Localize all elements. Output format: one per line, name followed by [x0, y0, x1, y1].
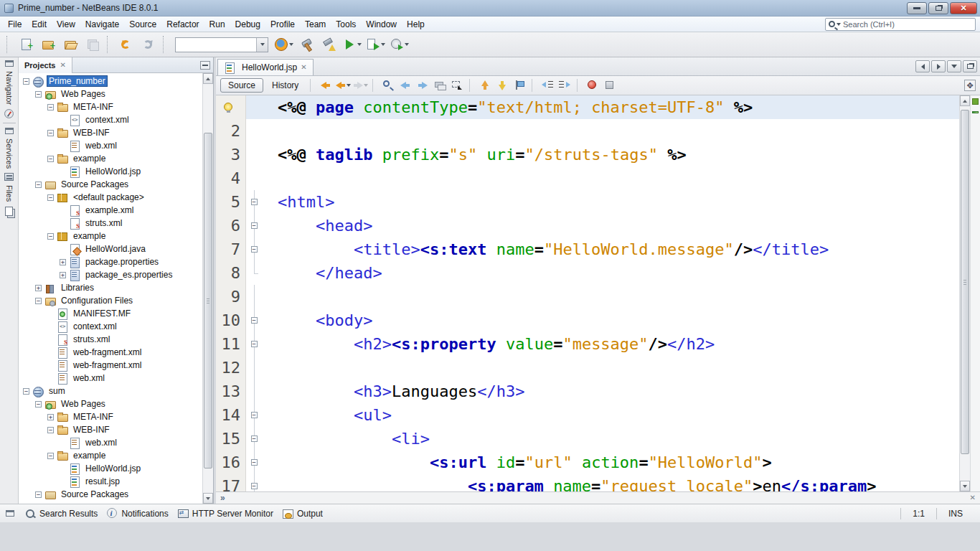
tree-item-result-jsp[interactable]: result.jsp: [19, 475, 202, 488]
menu-source[interactable]: Source: [124, 17, 161, 32]
tree-collapse-icon[interactable]: −: [35, 401, 42, 408]
prev-bookmark-button[interactable]: [477, 77, 493, 93]
close-tab-icon[interactable]: ✕: [301, 64, 306, 71]
menu-debug[interactable]: Debug: [230, 17, 265, 32]
code-text[interactable]: <%@ taglib prefix="s" uri="/struts-tags"…: [262, 143, 959, 166]
statusbar-notifications[interactable]: Notifications: [106, 508, 168, 519]
tree-collapse-icon[interactable]: −: [47, 453, 54, 459]
scroll-tabs-right-button[interactable]: [931, 60, 946, 72]
tree-item-example[interactable]: −example: [19, 449, 202, 462]
tree-expand-icon[interactable]: +: [47, 414, 54, 420]
tree-collapse-icon[interactable]: −: [47, 427, 54, 433]
dropdown-arrow-icon[interactable]: [347, 84, 351, 87]
tree-collapse-icon[interactable]: −: [47, 194, 54, 201]
code-text[interactable]: <title><s:text name="HelloWorld.message"…: [262, 237, 959, 261]
code-text[interactable]: <html>: [262, 190, 959, 214]
scroll-down-button[interactable]: [203, 493, 213, 504]
tree-collapse-icon[interactable]: −: [35, 182, 42, 188]
code-line-13[interactable]: 13 <h3>Languages</h3>: [216, 380, 959, 403]
tree-collapse-icon[interactable]: −: [47, 130, 54, 136]
stop-macro-button[interactable]: [602, 77, 618, 93]
code-line-12[interactable]: 12: [216, 356, 959, 380]
code-line-3[interactable]: 3<%@ taglib prefix="s" uri="/struts-tags…: [216, 143, 959, 166]
shift-left-button[interactable]: [540, 77, 555, 93]
tree-item-struts-xml[interactable]: struts.xml: [19, 333, 202, 346]
code-line-17[interactable]: 17− <s:param name="request_locale">en</s…: [216, 474, 959, 491]
search-dropdown-icon[interactable]: [837, 23, 841, 26]
close-button[interactable]: ✕: [950, 2, 977, 14]
new-project-button[interactable]: [38, 34, 58, 55]
record-macro-button[interactable]: [585, 77, 600, 93]
tree-expand-icon[interactable]: +: [60, 272, 66, 278]
tree-item-web-pages[interactable]: −Web Pages: [19, 397, 202, 410]
minimize-button[interactable]: [907, 2, 927, 14]
tree-collapse-icon[interactable]: −: [23, 78, 29, 85]
next-bookmark-button[interactable]: [494, 77, 510, 93]
open-project-button[interactable]: [60, 34, 80, 55]
split-document-button[interactable]: ✥: [964, 80, 976, 91]
breadcrumb-expand-icon[interactable]: »: [220, 494, 225, 502]
code-fold-collapse-icon[interactable]: −: [251, 483, 258, 489]
scroll-up-button[interactable]: [960, 95, 970, 106]
tree-item-package-es-properties[interactable]: +package_es.properties: [19, 268, 202, 281]
shift-right-button[interactable]: [557, 77, 573, 93]
tree-item-source-packages[interactable]: −Source Packages: [19, 178, 202, 191]
forward-button[interactable]: [352, 77, 368, 93]
tree-item-web-fragment-xml[interactable]: web-fragment.xml: [19, 346, 202, 359]
scrollbar-thumb[interactable]: [204, 133, 212, 468]
tree-collapse-icon[interactable]: −: [35, 298, 42, 304]
tree-item-context-xml[interactable]: context.xml: [19, 113, 202, 126]
menu-edit[interactable]: Edit: [27, 17, 52, 32]
code-line-8[interactable]: 8 </head>: [216, 261, 959, 285]
tree-item-helloworld-java[interactable]: HelloWorld.java: [19, 242, 202, 255]
tree-expand-icon[interactable]: +: [35, 285, 42, 291]
tab-helloworld-jsp[interactable]: HelloWorld.jsp ✕: [217, 59, 314, 75]
quick-search[interactable]: [825, 18, 976, 31]
code-fold-collapse-icon[interactable]: −: [251, 459, 258, 466]
close-tab-icon[interactable]: ✕: [60, 62, 65, 69]
menu-team[interactable]: Team: [300, 17, 331, 32]
menu-refactor[interactable]: Refactor: [161, 17, 204, 32]
tree-item-configuration-files[interactable]: −Configuration Files: [19, 294, 202, 307]
new-file-button[interactable]: [16, 34, 36, 55]
code-text[interactable]: <li>: [262, 427, 959, 451]
tree-item-source-packages[interactable]: −Source Packages: [19, 488, 202, 501]
back-button[interactable]: [335, 77, 351, 93]
code-line-14[interactable]: 14− <ul>: [216, 403, 959, 427]
redo-button[interactable]: [138, 34, 159, 55]
tree-item-example[interactable]: −example: [19, 152, 202, 165]
menu-view[interactable]: View: [52, 17, 80, 32]
tree-item-libraries[interactable]: +Libraries: [19, 281, 202, 294]
statusbar-http-server-monitor[interactable]: HTTP Server Monitor: [177, 508, 273, 519]
menu-tools[interactable]: Tools: [331, 17, 361, 32]
code-line-16[interactable]: 16− <s:url id="url" action="HelloWorld">: [216, 451, 959, 474]
tree-item-web-fragment-xml[interactable]: web-fragment.xml: [19, 359, 202, 372]
code-text[interactable]: <head>: [262, 214, 959, 237]
code-line-7[interactable]: 7− <title><s:text name="HelloWorld.messa…: [216, 237, 959, 261]
tree-item--default-package-[interactable]: −<default package>: [19, 191, 202, 204]
minimize-panel-button[interactable]: [200, 61, 210, 70]
clean-build-button[interactable]: [319, 34, 339, 55]
find-next-button[interactable]: [415, 77, 430, 93]
sidebar-item-files[interactable]: Files: [5, 185, 14, 202]
code-fold-collapse-icon[interactable]: −: [251, 317, 258, 324]
window-group-icon[interactable]: [5, 60, 14, 67]
code-line-11[interactable]: 11− <h2><s:property value="message"/></h…: [216, 332, 959, 356]
scroll-tabs-left-button[interactable]: [915, 60, 930, 72]
code-line-5[interactable]: 5−<html>: [216, 190, 959, 214]
tree-collapse-icon[interactable]: −: [47, 233, 54, 240]
code-line-10[interactable]: 10− <body>: [216, 309, 959, 332]
toggle-highlight-button[interactable]: [432, 77, 448, 93]
code-text[interactable]: [262, 166, 959, 190]
build-project-button[interactable]: [297, 34, 317, 55]
dropdown-arrow-icon[interactable]: [364, 84, 368, 87]
code-fold-collapse-icon[interactable]: −: [251, 435, 258, 442]
code-fold-collapse-icon[interactable]: −: [251, 341, 258, 347]
tree-collapse-icon[interactable]: −: [47, 104, 54, 110]
maximize-editor-button[interactable]: [963, 60, 977, 72]
toggle-bookmark-button[interactable]: [512, 77, 527, 93]
code-text[interactable]: <ul>: [262, 403, 959, 427]
profile-project-button[interactable]: [389, 34, 410, 55]
projects-scrollbar[interactable]: [202, 73, 213, 504]
tree-item-web-pages[interactable]: −Web Pages: [19, 88, 202, 100]
